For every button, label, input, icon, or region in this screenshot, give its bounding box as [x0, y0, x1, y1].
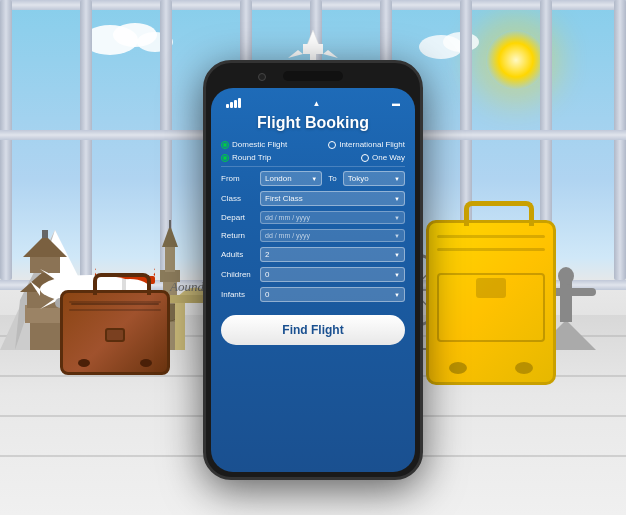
adults-row: Adults 2 ▼: [221, 247, 405, 262]
svg-point-60: [558, 267, 574, 285]
svg-rect-62: [303, 44, 323, 54]
depart-placeholder: dd / mm / yyyy: [265, 214, 310, 221]
class-arrow: ▼: [394, 196, 400, 202]
phone: ▲ ▬ Flight Booking Domestic Flight Inter…: [203, 60, 423, 480]
depart-row: Depart dd / mm / yyyy ▼: [221, 211, 405, 224]
infants-value: 0: [265, 290, 269, 299]
separator: [221, 166, 405, 167]
signal-bars: [226, 98, 241, 108]
infants-label: Infants: [221, 290, 256, 299]
depart-label: Depart: [221, 213, 256, 222]
to-value: Tokyo: [348, 174, 369, 183]
class-row: Class First Class ▼: [221, 191, 405, 206]
svg-rect-32: [169, 220, 171, 228]
svg-marker-68: [30, 281, 40, 296]
from-arrow: ▼: [311, 176, 317, 182]
to-arrow: ▼: [394, 176, 400, 182]
domestic-radio[interactable]: [221, 141, 229, 149]
oneway-radio[interactable]: [361, 154, 369, 162]
return-arrow: ▼: [394, 233, 400, 239]
adults-value: 2: [265, 250, 269, 259]
from-select[interactable]: London ▼: [260, 171, 322, 186]
children-select[interactable]: 0 ▼: [260, 267, 405, 282]
infants-arrow: ▼: [394, 292, 400, 298]
domestic-label: Domestic Flight: [232, 140, 287, 149]
wifi-icon: ▲: [313, 99, 321, 108]
adults-select[interactable]: 2 ▼: [260, 247, 405, 262]
flight-booking-title: Flight Booking: [221, 114, 405, 132]
status-bar: ▲ ▬: [221, 96, 405, 110]
svg-rect-20: [42, 230, 48, 238]
class-value: First Class: [265, 194, 303, 203]
roundtrip-label: Round Trip: [232, 153, 271, 162]
svg-rect-33: [175, 300, 185, 350]
infants-select[interactable]: 0 ▼: [260, 287, 405, 302]
phone-notch: [283, 71, 343, 81]
return-row: Return dd / mm / yyyy ▼: [221, 229, 405, 242]
international-radio[interactable]: [328, 141, 336, 149]
international-option[interactable]: International Flight: [328, 140, 405, 149]
children-value: 0: [265, 270, 269, 279]
depart-input[interactable]: dd / mm / yyyy ▼: [260, 211, 405, 224]
battery-icon: ▬: [392, 99, 400, 108]
svg-marker-31: [162, 225, 178, 247]
class-select[interactable]: First Class ▼: [260, 191, 405, 206]
domestic-option[interactable]: Domestic Flight: [221, 140, 287, 149]
from-to-row: From London ▼ To Tokyo ▼: [221, 171, 405, 186]
around-text: Aound: [170, 279, 204, 295]
class-label: Class: [221, 194, 256, 203]
roundtrip-option[interactable]: Round Trip: [221, 153, 271, 162]
svg-rect-58: [560, 280, 572, 322]
to-select[interactable]: Tokyo ▼: [343, 171, 405, 186]
trip-type-row: Round Trip One Way: [221, 153, 405, 162]
return-placeholder: dd / mm / yyyy: [265, 232, 310, 239]
depart-arrow: ▼: [394, 215, 400, 221]
svg-marker-19: [23, 235, 67, 257]
adults-label: Adults: [221, 250, 256, 259]
infants-row: Infants 0 ▼: [221, 287, 405, 302]
return-input[interactable]: dd / mm / yyyy ▼: [260, 229, 405, 242]
adults-arrow: ▼: [394, 252, 400, 258]
find-flight-button[interactable]: Find Flight: [221, 315, 405, 345]
svg-marker-64: [323, 50, 338, 58]
phone-camera: [258, 73, 266, 81]
children-row: Children 0 ▼: [221, 267, 405, 282]
return-label: Return: [221, 231, 256, 240]
children-label: Children: [221, 270, 256, 279]
svg-rect-30: [165, 245, 175, 272]
children-arrow: ▼: [394, 272, 400, 278]
to-label: To: [328, 174, 336, 183]
oneway-option[interactable]: One Way: [361, 153, 405, 162]
luggage-brown: [60, 290, 170, 375]
luggage-yellow: [426, 220, 556, 385]
svg-marker-63: [288, 50, 303, 58]
international-label: International Flight: [339, 140, 405, 149]
from-value: London: [265, 174, 292, 183]
roundtrip-radio[interactable]: [221, 154, 229, 162]
phone-screen: ▲ ▬ Flight Booking Domestic Flight Inter…: [211, 88, 415, 472]
from-label: From: [221, 174, 256, 183]
flight-type-row: Domestic Flight International Flight: [221, 140, 405, 149]
v-bar-8: [614, 0, 626, 280]
oneway-label: One Way: [372, 153, 405, 162]
